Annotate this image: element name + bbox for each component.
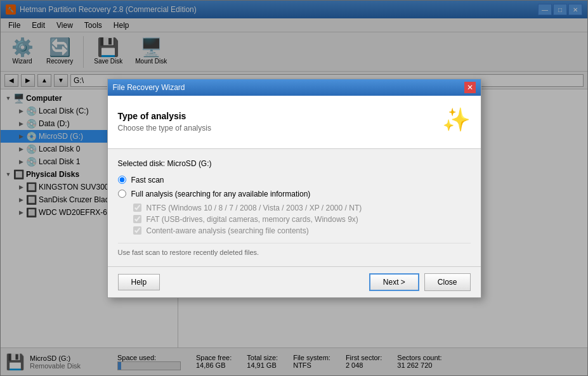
ntfs-option: NTFS (Windows 10 / 8 / 7 / 2008 / Vista … bbox=[133, 204, 471, 212]
full-analysis-label: Full analysis (searching for any availab… bbox=[131, 190, 311, 198]
dialog-footer: Help Next > Close bbox=[108, 266, 481, 297]
selected-disk-label: Selected disk: MicroSD (G:) bbox=[118, 159, 471, 168]
full-analysis-option[interactable]: Full analysis (searching for any availab… bbox=[118, 190, 471, 198]
full-analysis-radio[interactable] bbox=[118, 190, 126, 198]
dialog-subheading: Choose the type of analysis bbox=[118, 124, 211, 133]
fast-scan-radio[interactable] bbox=[118, 176, 126, 184]
dialog-header-text: Type of analysis Choose the type of anal… bbox=[118, 111, 211, 133]
dialog-title-bar: File Recovery Wizard ✕ bbox=[108, 79, 481, 96]
dialog-body: Selected disk: MicroSD (G:) Fast scan Fu… bbox=[108, 149, 481, 266]
content-aware-option: Content-aware analysis (searching file c… bbox=[133, 226, 471, 235]
dialog-heading: Type of analysis bbox=[118, 111, 211, 121]
fast-scan-label: Fast scan bbox=[131, 176, 164, 185]
checkbox-group: NTFS (Windows 10 / 8 / 7 / 2008 / Vista … bbox=[133, 204, 471, 235]
fast-scan-option[interactable]: Fast scan bbox=[118, 176, 471, 185]
ntfs-label: NTFS (Windows 10 / 8 / 7 / 2008 / Vista … bbox=[147, 204, 362, 212]
modal-overlay: File Recovery Wizard ✕ Type of analysis … bbox=[0, 0, 588, 376]
svg-text:✨: ✨ bbox=[442, 106, 471, 133]
fat-label: FAT (USB-drives, digital cameras, memory… bbox=[147, 215, 358, 224]
next-button[interactable]: Next > bbox=[369, 273, 419, 291]
dialog-cancel-button[interactable]: Close bbox=[424, 273, 471, 291]
dialog-title: File Recovery Wizard bbox=[113, 83, 185, 92]
file-recovery-dialog: File Recovery Wizard ✕ Type of analysis … bbox=[107, 79, 481, 298]
ntfs-checkbox[interactable] bbox=[133, 204, 141, 212]
fat-option: FAT (USB-drives, digital cameras, memory… bbox=[133, 215, 471, 224]
hint-text: Use fast scan to restore recently delete… bbox=[118, 243, 471, 256]
content-aware-checkbox[interactable] bbox=[133, 226, 141, 235]
content-aware-label: Content-aware analysis (searching file c… bbox=[147, 226, 309, 235]
footer-right-buttons: Next > Close bbox=[369, 273, 471, 291]
help-button[interactable]: Help bbox=[118, 274, 160, 290]
dialog-close-button[interactable]: ✕ bbox=[464, 82, 476, 93]
fat-checkbox[interactable] bbox=[133, 215, 141, 223]
wizard-magic-icon: ✨ bbox=[439, 103, 471, 141]
dialog-header: Type of analysis Choose the type of anal… bbox=[108, 96, 481, 149]
